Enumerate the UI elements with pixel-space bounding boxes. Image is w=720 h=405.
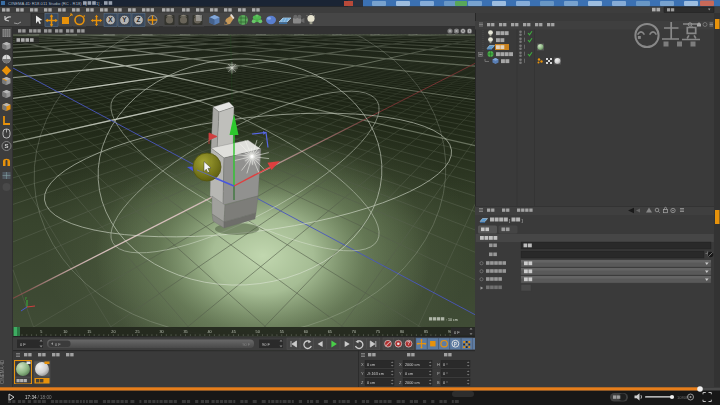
svg-text:2000 cm: 2000 cm <box>405 363 420 367</box>
svg-text:0 cm: 0 cm <box>367 363 375 367</box>
svg-text:?: ? <box>407 341 410 346</box>
svg-text:90 F: 90 F <box>262 342 271 347</box>
svg-text:0 cm: 0 cm <box>367 381 375 385</box>
svg-text:0 °: 0 ° <box>443 372 448 376</box>
svg-text:1] -: 1] - <box>96 1 103 6</box>
svg-text:S: S <box>4 143 8 149</box>
svg-text:P: P <box>454 342 457 347</box>
svg-text:45: 45 <box>232 330 236 334</box>
svg-text:0 F: 0 F <box>20 342 26 347</box>
svg-text:2000 cm: 2000 cm <box>405 381 420 385</box>
svg-text:y: y <box>25 296 27 300</box>
svg-text:5: 5 <box>40 330 42 334</box>
svg-text:75: 75 <box>376 330 380 334</box>
svg-text:]: ] <box>522 218 523 223</box>
svg-text:70: 70 <box>352 330 356 334</box>
svg-text:Y: Y <box>122 16 127 23</box>
svg-text:Y: Y <box>399 371 402 376</box>
svg-text:Y: Y <box>361 371 364 376</box>
svg-text:: 10 cm: : 10 cm <box>446 318 458 322</box>
svg-text:CINEMA 4D: CINEMA 4D <box>0 359 5 384</box>
svg-text:-9.163 cm: -9.163 cm <box>367 372 384 376</box>
svg-text:0 °: 0 ° <box>443 381 448 385</box>
svg-text:0 cm: 0 cm <box>405 372 413 376</box>
svg-text:30: 30 <box>159 330 163 334</box>
svg-text:Z: Z <box>137 16 141 23</box>
svg-text:15: 15 <box>87 330 91 334</box>
svg-text:90 F: 90 F <box>242 343 250 347</box>
svg-text:X: X <box>361 362 364 367</box>
svg-text:P: P <box>437 371 440 376</box>
svg-text:0 °: 0 ° <box>443 363 448 367</box>
svg-text:0 F: 0 F <box>454 330 460 335</box>
svg-text:55: 55 <box>280 330 284 334</box>
svg-text:X: X <box>108 16 113 23</box>
svg-text:50: 50 <box>256 330 260 334</box>
svg-text:25: 25 <box>135 330 139 334</box>
svg-text:20: 20 <box>111 330 115 334</box>
svg-text:35: 35 <box>183 330 187 334</box>
svg-text:0 F: 0 F <box>55 343 61 347</box>
svg-text:H: H <box>437 362 440 367</box>
svg-text:17:34: 17:34 <box>25 395 37 400</box>
svg-text:40: 40 <box>207 330 211 334</box>
svg-text:10: 10 <box>63 330 67 334</box>
svg-text:80: 80 <box>400 330 404 334</box>
svg-text:65: 65 <box>328 330 332 334</box>
svg-text:X: X <box>399 362 402 367</box>
svg-text:CINEMA 4D R18.011 Studio (RC -: CINEMA 4D R18.011 Studio (RC - R18) - [ <box>8 1 87 6</box>
svg-text:B: B <box>437 380 440 385</box>
svg-text:60: 60 <box>304 330 308 334</box>
svg-text:85: 85 <box>424 330 428 334</box>
svg-text:/ 18:00: / 18:00 <box>38 395 52 400</box>
